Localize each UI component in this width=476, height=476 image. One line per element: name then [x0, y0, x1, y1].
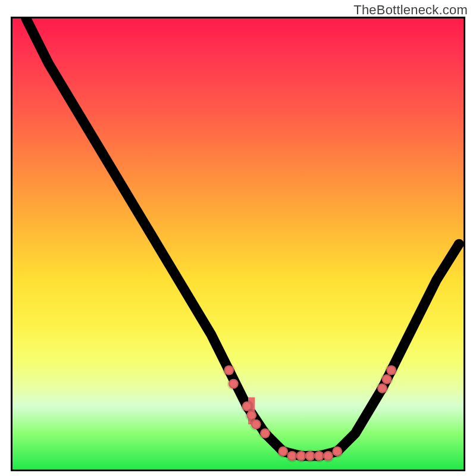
curve-marker: [260, 428, 270, 439]
chart-stage: TheBottleneck.com: [0, 0, 476, 476]
curve-marker: [386, 365, 396, 375]
watermark-text: TheBottleneck.com: [353, 2, 468, 18]
curve-marker: [332, 446, 342, 456]
curve-marker: [251, 419, 261, 430]
bottleneck-curve: [26, 18, 459, 456]
plot-area: [11, 17, 465, 471]
curve-marker: [224, 365, 234, 375]
curve-marker: [228, 379, 239, 389]
curve-svg: [12, 18, 464, 469]
